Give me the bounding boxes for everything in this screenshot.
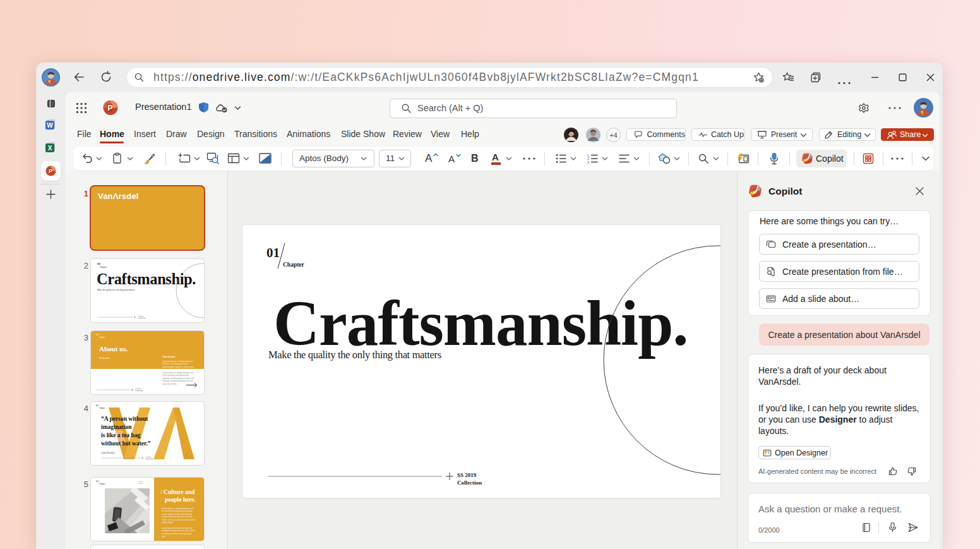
svg-text:3: 3: [587, 160, 589, 164]
svg-text:P: P: [107, 104, 112, 112]
svg-text:P: P: [49, 168, 52, 174]
